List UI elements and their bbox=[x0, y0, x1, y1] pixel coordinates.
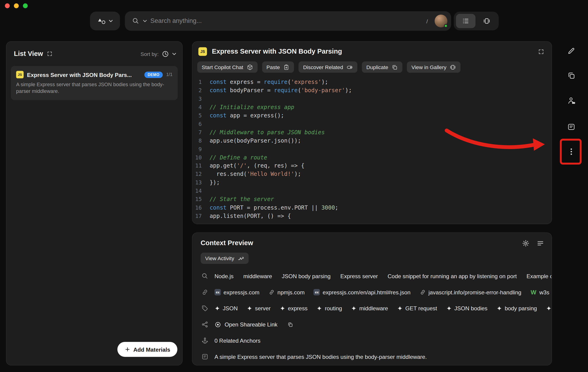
ex-favicon: ex bbox=[314, 289, 320, 296]
snippet-panel: JS Express Server with JSON Body Parsing… bbox=[192, 41, 552, 224]
sparkle-icon bbox=[280, 305, 285, 311]
copy-link-icon[interactable] bbox=[287, 321, 293, 327]
code-line: 16const PORT = process.env.PORT || 3000; bbox=[192, 203, 551, 212]
context-panel: Context Preview View Activity Node.jsmid… bbox=[192, 232, 552, 365]
context-tag[interactable]: server bbox=[247, 305, 271, 312]
view-toggle bbox=[454, 11, 499, 30]
code-line: 13}); bbox=[192, 178, 551, 187]
context-tag[interactable]: JSON bbox=[214, 305, 238, 312]
list-view-title: List View bbox=[14, 50, 43, 58]
code-line: 17app.listen(PORT, () => { bbox=[192, 212, 551, 220]
code-line: 4// Initialize express app bbox=[192, 103, 551, 111]
context-search-row: Node.jsmiddlewareJSON body parsingExpres… bbox=[192, 268, 551, 284]
code-line: 11app.get('/', (req, res) => { bbox=[192, 162, 551, 170]
minimize-button[interactable] bbox=[14, 3, 19, 8]
sort-control[interactable]: Sort by: bbox=[140, 50, 176, 58]
zoom-button[interactable] bbox=[23, 3, 28, 8]
link-icon bbox=[201, 289, 209, 296]
context-tag[interactable]: express bbox=[280, 305, 308, 312]
snippet-actions: Start Copilot ChatPasteDiscover RelatedD… bbox=[192, 56, 551, 73]
more-options-button[interactable] bbox=[564, 145, 578, 159]
context-link[interactable]: exexpressjs.com/en/api.html#res.json bbox=[314, 289, 410, 296]
code-line: 5const app = express(); bbox=[192, 111, 551, 120]
view-activity-button[interactable]: View Activity bbox=[201, 253, 249, 264]
user-avatar[interactable] bbox=[434, 15, 447, 27]
search-scope-chevron-icon[interactable] bbox=[143, 20, 147, 22]
context-tag[interactable]: GET request bbox=[397, 305, 437, 312]
context-link[interactable]: javascript.info/promise-error-handling bbox=[420, 289, 521, 296]
context-search-term[interactable]: Code snippet for running an app by liste… bbox=[388, 273, 517, 279]
shapes-icon bbox=[97, 17, 106, 24]
sort-chevron-icon bbox=[172, 52, 176, 55]
demo-badge: DEMO bbox=[144, 71, 163, 78]
context-tag[interactable]: C bbox=[546, 305, 552, 312]
context-tag[interactable]: routing bbox=[317, 305, 342, 312]
material-title: Express Server with JSON Body Pars... bbox=[27, 71, 141, 78]
copilot-icon bbox=[247, 64, 253, 71]
gallery-view-toggle-button[interactable] bbox=[477, 14, 496, 28]
material-description: A simple Express server that parses JSON… bbox=[16, 81, 173, 95]
sparkle-icon bbox=[317, 305, 322, 311]
search-icon bbox=[201, 272, 209, 279]
material-list-item[interactable]: JS Express Server with JSON Body Pars...… bbox=[11, 66, 178, 100]
start-copilot-chat-button[interactable]: Start Copilot Chat bbox=[197, 62, 257, 73]
snippet-title: Express Server with JSON Body Parsing bbox=[212, 48, 533, 55]
copy-icon bbox=[567, 71, 575, 80]
annotations-button[interactable] bbox=[564, 120, 578, 134]
context-search-term[interactable]: middleware bbox=[243, 273, 272, 279]
share-user-button[interactable] bbox=[564, 93, 578, 108]
gear-icon[interactable] bbox=[522, 239, 529, 247]
code-line: 2const bodyParser = require('body-parser… bbox=[192, 86, 551, 95]
code-line: 7// Middleware to parse JSON bodies bbox=[192, 128, 551, 136]
context-anchors-row: 0 Related Anchors bbox=[192, 332, 551, 349]
context-tag[interactable]: body parsing bbox=[496, 305, 537, 312]
search-input[interactable] bbox=[150, 17, 423, 25]
note-icon bbox=[201, 353, 209, 360]
add-materials-label: Add Materials bbox=[133, 346, 170, 352]
code-line: 14 bbox=[192, 187, 551, 195]
context-header: Context Preview bbox=[192, 233, 551, 247]
context-search-term[interactable]: Express server bbox=[340, 273, 378, 279]
share-icon bbox=[201, 321, 209, 328]
list-view-icon bbox=[462, 17, 469, 25]
close-button[interactable] bbox=[5, 3, 10, 8]
context-search-term[interactable]: Node.js bbox=[214, 273, 234, 279]
list-view-toggle-button[interactable] bbox=[456, 14, 475, 28]
expand-snippet-icon[interactable] bbox=[538, 49, 544, 54]
scope-selector-button[interactable] bbox=[90, 11, 120, 30]
link-icon bbox=[268, 289, 275, 296]
context-link[interactable]: npmjs.com bbox=[268, 289, 305, 296]
discover-related-button[interactable]: Discover Related bbox=[299, 62, 357, 73]
view-in-gallery-button[interactable]: View in Gallery bbox=[407, 62, 461, 73]
expand-list-icon[interactable] bbox=[47, 51, 52, 57]
add-materials-button[interactable]: Add Materials bbox=[117, 342, 177, 357]
anchor-icon bbox=[201, 337, 209, 344]
list-panel-header: List View Sort by: bbox=[7, 41, 182, 58]
link-icon bbox=[420, 289, 426, 296]
sparkle-icon bbox=[496, 305, 502, 311]
code-line: 9 bbox=[192, 145, 551, 153]
context-search-term[interactable]: JSON body parsing bbox=[282, 273, 331, 279]
justify-icon[interactable] bbox=[537, 239, 544, 247]
context-tag[interactable]: JSON bodies bbox=[446, 305, 487, 312]
code-line: 1const express = require('express'); bbox=[192, 78, 551, 86]
context-search-term[interactable]: Example of bbox=[526, 273, 552, 279]
js-language-icon: JS bbox=[16, 71, 24, 78]
plus-icon bbox=[124, 346, 130, 352]
context-share-row: Open Shareable Link bbox=[192, 316, 551, 332]
context-rows: Node.jsmiddlewareJSON body parsingExpres… bbox=[192, 268, 551, 365]
copy-button[interactable] bbox=[564, 68, 578, 83]
code-line: 6 bbox=[192, 120, 551, 128]
open-shareable-link-button[interactable]: Open Shareable Link bbox=[214, 321, 277, 328]
gallery-icon bbox=[450, 64, 456, 71]
context-link[interactable]: Ww3s bbox=[530, 289, 549, 296]
paste-button[interactable]: Paste bbox=[262, 62, 294, 73]
context-link[interactable]: exexpressjs.com bbox=[214, 289, 259, 296]
duplicate-button[interactable]: Duplicate bbox=[362, 62, 402, 73]
edit-button[interactable] bbox=[564, 43, 578, 58]
pieces-icon bbox=[214, 321, 221, 328]
material-count: 1/1 bbox=[166, 72, 172, 77]
more-vertical-icon bbox=[567, 147, 575, 156]
related-anchors-label[interactable]: 0 Related Anchors bbox=[214, 337, 261, 344]
context-tag[interactable]: middleware bbox=[351, 305, 388, 312]
